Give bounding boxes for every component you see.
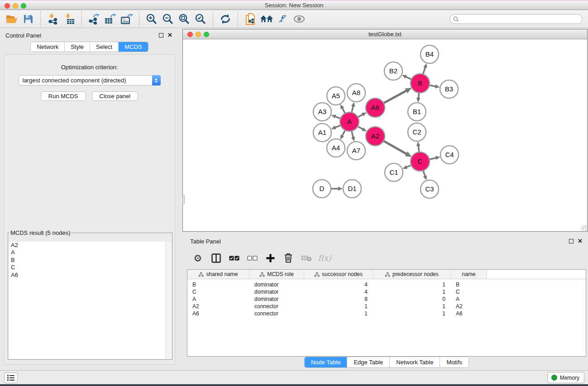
minimize-window-button[interactable]	[13, 3, 18, 9]
cell-successor-nodes[interactable]: 4	[304, 289, 373, 295]
cell-predecessor-nodes[interactable]: 1	[373, 289, 451, 295]
cell-name[interactable]: C	[451, 289, 487, 295]
close-panel-icon[interactable]: ✕	[167, 32, 172, 38]
float-panel-icon[interactable]	[159, 33, 163, 38]
column-header-successor-nodes[interactable]: successor nodes	[304, 270, 373, 279]
apply-layout-button[interactable]	[217, 11, 234, 27]
cell-name[interactable]: A	[451, 296, 487, 302]
cell-shared-name[interactable]: B	[187, 281, 249, 288]
cell-shared-name[interactable]: A	[187, 296, 249, 302]
scrollbar-track[interactable]	[165, 242, 172, 359]
column-header-name[interactable]: name	[451, 270, 487, 279]
float-panel-icon[interactable]	[569, 239, 574, 243]
function-builder-button[interactable]: f(x)	[316, 250, 334, 266]
cell-name[interactable]: A6	[451, 310, 487, 317]
edge-A-A6[interactable]	[358, 114, 363, 117]
table-settings-button[interactable]: ⚙	[189, 250, 207, 266]
cell-shared-name[interactable]: C	[187, 289, 249, 295]
mcds-result-list[interactable]: A2ABCA6	[9, 242, 172, 359]
table-row[interactable]: Adominator80A	[187, 295, 586, 303]
new-network-from-selection-button[interactable]	[242, 11, 258, 27]
cell-name[interactable]: A2	[451, 303, 487, 310]
edge-A2-C[interactable]	[383, 141, 406, 154]
edge-C-C3[interactable]	[423, 171, 425, 176]
column-header-predecessor-nodes[interactable]: predecessor nodes	[373, 270, 451, 279]
edge-A-A4[interactable]	[342, 130, 345, 136]
table-row[interactable]: Cdominator41C	[187, 288, 586, 295]
edge-B-B3[interactable]	[430, 85, 436, 86]
mcds-result-item[interactable]: A2	[9, 242, 172, 249]
mcds-result-item[interactable]: C	[9, 264, 172, 271]
tab-select[interactable]: Select	[90, 42, 119, 52]
task-history-button[interactable]	[4, 372, 18, 383]
edge-A-A2[interactable]	[358, 126, 363, 129]
cell-predecessor-nodes[interactable]: 0	[373, 296, 451, 302]
cell-MCDS-role[interactable]: dominator	[249, 289, 304, 295]
network-close-button[interactable]	[187, 32, 193, 37]
cell-successor-nodes[interactable]: 1	[304, 303, 373, 310]
close-panel-button[interactable]: Close panel	[92, 91, 139, 101]
network-graph[interactable]: AA1A2A3A4A5A6A7A8BB1B2B3B4CC1C2C3C4DD1	[183, 39, 587, 231]
column-view-button[interactable]	[207, 250, 225, 266]
zoom-selected-button[interactable]	[192, 11, 209, 27]
delete-table-button[interactable]	[297, 250, 316, 266]
cell-predecessor-nodes[interactable]: 1	[373, 303, 451, 310]
cell-MCDS-role[interactable]: connector	[249, 310, 304, 317]
hide-labels-button[interactable]: f	[275, 11, 291, 27]
run-mcds-button[interactable]: Run MCDS	[41, 91, 86, 101]
edge-A-A7[interactable]	[352, 131, 353, 137]
mcds-result-item[interactable]: A	[9, 249, 172, 256]
tab-style[interactable]: Style	[65, 42, 90, 52]
close-window-button[interactable]	[5, 3, 10, 9]
import-network-button[interactable]	[45, 11, 61, 27]
cell-MCDS-role[interactable]: connector	[249, 303, 304, 310]
table-row[interactable]: Bdominator41B	[187, 281, 586, 288]
edge-C-C2[interactable]	[418, 146, 419, 152]
maximize-window-button[interactable]	[21, 3, 26, 9]
export-network-button[interactable]	[86, 11, 102, 27]
zoom-fit-button[interactable]	[176, 11, 192, 27]
tab-node-table[interactable]: Node Table	[305, 357, 348, 367]
cell-successor-nodes[interactable]: 1	[304, 310, 373, 317]
edge-B-B2[interactable]	[406, 77, 411, 80]
cell-shared-name[interactable]: A2	[187, 303, 249, 310]
cell-name[interactable]: B	[451, 281, 487, 288]
tab-network-table[interactable]: Network Table	[390, 357, 440, 367]
edge-C-C1[interactable]	[406, 165, 411, 167]
deselect-all-button[interactable]	[243, 250, 261, 266]
column-header-MCDS-role[interactable]: MCDS role	[249, 270, 304, 279]
cell-successor-nodes[interactable]: 4	[304, 281, 373, 288]
tab-motifs[interactable]: Motifs	[440, 357, 468, 367]
memory-button[interactable]: Memory	[547, 372, 584, 383]
export-table-button[interactable]	[102, 11, 119, 27]
edge-A-A8[interactable]	[352, 106, 353, 112]
open-session-button[interactable]	[4, 11, 20, 27]
table-row[interactable]: A6connector11A6	[187, 310, 586, 317]
edge-A-A5[interactable]	[342, 108, 345, 114]
zoom-out-button[interactable]	[160, 11, 176, 27]
delete-column-button[interactable]	[279, 250, 297, 266]
cell-MCDS-role[interactable]: dominator	[249, 281, 304, 288]
edge-A-A3[interactable]	[335, 116, 340, 119]
cell-predecessor-nodes[interactable]: 1	[373, 281, 451, 288]
show-graphics-details-button[interactable]	[291, 11, 307, 27]
edge-A6-B[interactable]	[383, 91, 406, 103]
cell-shared-name[interactable]: A6	[187, 310, 249, 317]
export-image-button[interactable]	[119, 11, 135, 27]
close-panel-icon[interactable]: ✕	[578, 238, 583, 244]
node-table[interactable]: shared nameMCDS rolesuccessor nodesprede…	[187, 269, 586, 357]
edge-B-B4[interactable]	[423, 67, 425, 75]
tab-edge-table[interactable]: Edge Table	[347, 357, 390, 367]
save-session-button[interactable]	[20, 11, 36, 27]
cell-MCDS-role[interactable]: dominator	[249, 296, 304, 302]
column-header-shared-name[interactable]: shared name	[187, 270, 249, 279]
network-maximize-button[interactable]	[204, 32, 209, 37]
criterion-dropdown[interactable]: largest connected component (directed)	[19, 75, 161, 86]
import-table-button[interactable]	[61, 11, 77, 27]
mcds-result-item[interactable]: A6	[9, 272, 172, 279]
tab-mcds[interactable]: MCDS	[119, 42, 148, 52]
cell-successor-nodes[interactable]: 8	[304, 296, 373, 302]
home-browser-button[interactable]	[258, 11, 275, 27]
select-all-button[interactable]	[225, 250, 243, 266]
window-resize-grip[interactable]	[581, 225, 587, 231]
